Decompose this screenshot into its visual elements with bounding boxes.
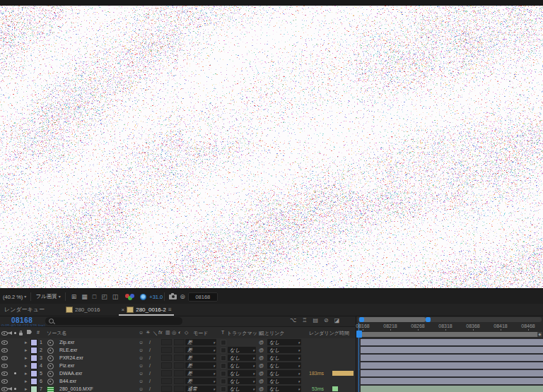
grid-guides-icon[interactable]: ◫ — [112, 294, 119, 300]
quality-switch-icon[interactable]: / — [149, 362, 151, 369]
selection-tool-icon[interactable]: ⊞ — [71, 294, 77, 300]
track-matte-dropdown[interactable]: なし▾ — [228, 386, 256, 392]
track-matte-dropdown[interactable]: なし▾ — [228, 362, 256, 369]
parent-pickwhip-icon[interactable]: @ — [259, 339, 264, 345]
expand-arrow-icon[interactable]: ▸ — [25, 355, 28, 361]
layer-visibility-eye-icon[interactable] — [1, 340, 8, 345]
layer-duration-bar[interactable] — [361, 355, 543, 361]
parent-pickwhip-icon[interactable]: @ — [259, 355, 264, 361]
layer-label-swatch[interactable] — [30, 386, 37, 392]
track-matte-dropdown[interactable]: なし▾ — [228, 370, 256, 376]
layer-source-name[interactable]: RLE.exr — [59, 347, 77, 353]
quality-switch-icon[interactable]: / — [149, 339, 151, 345]
threed-switch-icon[interactable]: ◇ — [185, 330, 188, 335]
track-matte-dropdown[interactable]: なし▾ — [228, 347, 256, 353]
parent-link-dropdown[interactable]: なし▾ — [267, 386, 301, 392]
frame-number-field[interactable]: 08168 — [188, 292, 218, 302]
layer-duration-bar[interactable] — [361, 378, 543, 384]
layer-label-swatch[interactable] — [30, 378, 37, 385]
layer-duration-bar[interactable] — [361, 339, 543, 345]
time-ruler[interactable]: 08168082180826808318083680841808468 — [356, 323, 543, 331]
parent-link-dropdown[interactable]: なし▾ — [267, 370, 301, 376]
column-track-matte[interactable]: トラックマット — [227, 330, 262, 337]
parent-link-dropdown[interactable]: なし▾ — [267, 339, 301, 345]
switch-cell[interactable] — [161, 378, 172, 384]
quality-switch-icon[interactable]: / — [149, 386, 151, 392]
preserve-transparency-toggle[interactable] — [221, 348, 226, 353]
switch-cell[interactable] — [161, 339, 172, 345]
switch-cell[interactable] — [174, 347, 185, 353]
layer-solo-icon[interactable] — [14, 372, 16, 374]
time-navigator-track[interactable] — [358, 317, 542, 322]
blend-mode-dropdown[interactable]: 通常▾ — [185, 386, 216, 392]
expand-arrow-icon[interactable]: ▸ — [25, 347, 28, 353]
tab-render-queue[interactable]: レンダーキュー — [0, 304, 49, 316]
switch-cell[interactable] — [161, 355, 172, 361]
preserve-transparency-toggle[interactable] — [221, 355, 226, 361]
comp-mini-flowchart-icon[interactable]: ⌥ — [290, 318, 296, 323]
layer-source-name[interactable]: PXR24.exr — [59, 355, 83, 361]
channel-settings-button[interactable] — [122, 289, 137, 304]
transparency-grid-icon[interactable]: ▦ — [81, 294, 88, 300]
preserve-transparency-toggle[interactable] — [221, 379, 226, 384]
layer-duration-bar[interactable] — [361, 386, 543, 392]
switch-cell[interactable] — [161, 347, 172, 353]
tab-comp-280-0016[interactable]: 280_0016 — [62, 304, 105, 316]
layer-visibility-eye-icon[interactable] — [1, 372, 8, 376]
column-render-time[interactable]: レンダリング時間 — [309, 330, 349, 337]
reset-exposure-button[interactable] — [137, 289, 149, 304]
video-column-eye-icon[interactable] — [1, 331, 8, 335]
switch-cell[interactable] — [161, 370, 172, 376]
parent-link-dropdown[interactable]: なし▾ — [267, 378, 301, 384]
adjustment-switch-icon[interactable]: ◐ — [178, 330, 181, 335]
quality-switch-icon[interactable]: / — [149, 347, 151, 353]
resolution-dropdown[interactable]: フル画質 ▾ — [33, 289, 63, 304]
motion-blur-switch-icon[interactable]: ◎ — [172, 330, 176, 335]
panel-menu-icon[interactable]: ≡ — [168, 307, 171, 313]
switch-cell[interactable] — [174, 370, 185, 376]
preserve-transparency-toggle[interactable] — [221, 340, 226, 345]
switch-cell[interactable] — [174, 362, 185, 369]
blend-mode-dropdown[interactable]: 差▾ — [185, 370, 216, 376]
quality-switch-icon[interactable]: ＼ — [153, 330, 158, 337]
layer-source-name[interactable]: Piz.exr — [59, 362, 74, 369]
shy-switch-icon[interactable]: ☺ — [139, 362, 144, 369]
column-t[interactable]: T — [221, 330, 224, 335]
shy-switch-icon[interactable]: ☺ — [139, 347, 144, 353]
layer-visibility-eye-icon[interactable] — [1, 379, 8, 384]
expand-arrow-icon[interactable]: ▸ — [25, 378, 28, 384]
quality-switch-icon[interactable]: / — [149, 378, 151, 384]
quality-switch-icon[interactable]: / — [149, 370, 151, 376]
blend-mode-dropdown[interactable]: 差▾ — [185, 347, 216, 353]
expand-arrow-icon[interactable]: ▸ — [25, 370, 28, 376]
layer-source-name[interactable]: DWAA.exr — [59, 370, 82, 376]
audio-column-speaker-icon[interactable] — [8, 331, 12, 335]
layer-duration-bar[interactable] — [361, 370, 543, 376]
tab-comp-280-0016-2[interactable]: × 280_0016-2 ≡ — [117, 304, 175, 316]
shy-switch-icon[interactable]: ☺ — [139, 378, 144, 384]
collapse-switch-icon[interactable]: ☀ — [146, 330, 150, 335]
comp-marker-button[interactable]: ◆ — [537, 332, 542, 337]
show-snapshot-icon[interactable]: ⊚ — [180, 293, 185, 300]
label-column-icon[interactable] — [27, 330, 32, 335]
layer-visibility-eye-icon[interactable] — [1, 348, 8, 352]
layer-visibility-eye-icon[interactable] — [1, 387, 8, 391]
parent-pickwhip-icon[interactable]: @ — [259, 362, 264, 369]
time-navigator-active-region[interactable] — [359, 317, 426, 322]
magnification-dropdown[interactable]: (40.2 %) ▾ — [0, 289, 29, 304]
column-parent-link[interactable]: 親とリンク — [259, 330, 285, 337]
layer-solo-icon[interactable] — [14, 388, 16, 390]
region-of-interest-icon[interactable]: ◰ — [101, 294, 107, 300]
shy-switch-icon[interactable]: ☺ — [139, 339, 144, 345]
shy-switch-icon[interactable]: ☺ — [139, 370, 144, 376]
layer-label-swatch[interactable] — [30, 355, 37, 362]
parent-link-dropdown[interactable]: なし▾ — [267, 355, 301, 361]
shy-switch-icon[interactable]: ☺ — [139, 355, 144, 361]
fx-switch-icon[interactable]: fx — [158, 330, 162, 335]
parent-pickwhip-icon[interactable]: @ — [259, 386, 264, 392]
layer-label-swatch[interactable] — [30, 339, 37, 346]
navigator-end-handle[interactable] — [426, 317, 431, 322]
preserve-transparency-toggle[interactable] — [221, 363, 226, 369]
switch-cell[interactable] — [174, 378, 185, 384]
graph-editor-icon[interactable]: ◪ — [334, 318, 340, 323]
